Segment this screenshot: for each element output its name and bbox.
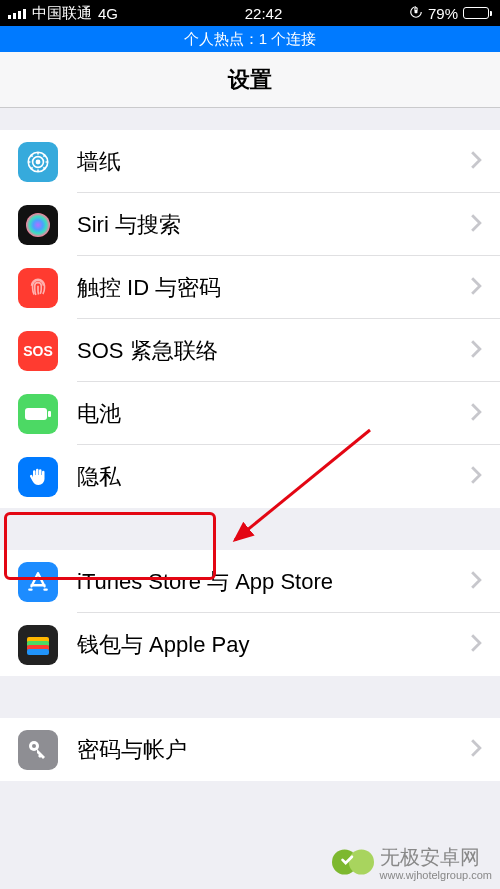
watermark-url: www.wjhotelgroup.com — [380, 869, 493, 881]
settings-item-wallet[interactable]: 钱包与 Apple Pay — [0, 613, 500, 676]
network-label: 4G — [98, 5, 118, 22]
svg-rect-0 — [415, 9, 418, 13]
svg-point-3 — [36, 160, 39, 163]
item-label: 墙纸 — [77, 147, 470, 177]
wallpaper-icon — [18, 142, 58, 182]
chevron-right-icon — [470, 277, 482, 299]
status-bar: 中国联通 4G 22:42 79% — [0, 0, 500, 26]
settings-item-battery[interactable]: 电池 — [0, 382, 500, 445]
settings-item-touchid[interactable]: 触控 ID 与密码 — [0, 256, 500, 319]
settings-item-privacy[interactable]: 隐私 — [0, 445, 500, 508]
item-label: Siri 与搜索 — [77, 210, 470, 240]
settings-item-itunes[interactable]: iTunes Store 与 App Store — [0, 550, 500, 613]
battery-icon — [463, 7, 492, 19]
svg-point-12 — [32, 744, 36, 748]
hand-icon — [18, 457, 58, 497]
svg-rect-5 — [25, 408, 47, 420]
chevron-right-icon — [470, 739, 482, 761]
item-label: SOS 紧急联络 — [77, 336, 470, 366]
svg-rect-6 — [48, 411, 51, 417]
nav-header: 设置 — [0, 52, 500, 108]
appstore-icon — [18, 562, 58, 602]
sos-icon: SOS — [18, 331, 58, 371]
status-right: 79% — [409, 5, 492, 22]
chevron-right-icon — [470, 571, 482, 593]
svg-point-16 — [348, 849, 373, 874]
svg-point-4 — [26, 213, 50, 237]
chevron-right-icon — [470, 340, 482, 362]
page-title: 设置 — [228, 65, 272, 95]
settings-section-3: 密码与帐户 — [0, 718, 500, 781]
item-label: 电池 — [77, 399, 470, 429]
status-time: 22:42 — [245, 5, 283, 22]
chevron-right-icon — [470, 403, 482, 425]
status-left: 中国联通 4G — [8, 4, 118, 23]
svg-rect-10 — [27, 649, 49, 655]
settings-item-wallpaper[interactable]: 墙纸 — [0, 130, 500, 193]
battery-icon — [18, 394, 58, 434]
chevron-right-icon — [470, 466, 482, 488]
item-label: iTunes Store 与 App Store — [77, 567, 470, 597]
settings-item-siri[interactable]: Siri 与搜索 — [0, 193, 500, 256]
settings-item-accounts[interactable]: 密码与帐户 — [0, 718, 500, 781]
rotation-lock-icon — [409, 5, 423, 22]
item-label: 隐私 — [77, 462, 470, 492]
chevron-right-icon — [470, 151, 482, 173]
item-label: 密码与帐户 — [77, 735, 470, 765]
wallet-icon — [18, 625, 58, 665]
item-label: 钱包与 Apple Pay — [77, 630, 470, 660]
hotspot-bar[interactable]: 个人热点：1 个连接 — [0, 26, 500, 52]
watermark-logo-icon — [332, 841, 374, 883]
hotspot-text: 个人热点：1 个连接 — [184, 30, 317, 49]
siri-icon — [18, 205, 58, 245]
settings-section-2: iTunes Store 与 App Store 钱包与 Apple Pay — [0, 550, 500, 676]
battery-percent: 79% — [428, 5, 458, 22]
carrier-label: 中国联通 — [32, 4, 92, 23]
watermark-text: 无极安卓网 — [380, 844, 493, 871]
settings-item-sos[interactable]: SOS SOS 紧急联络 — [0, 319, 500, 382]
signal-icon — [8, 7, 26, 19]
settings-section-1: 墙纸 Siri 与搜索 触控 ID 与密码 SOS SOS 紧急联络 电池 隐私 — [0, 130, 500, 508]
chevron-right-icon — [470, 634, 482, 656]
chevron-right-icon — [470, 214, 482, 236]
watermark: 无极安卓网 www.wjhotelgroup.com — [332, 841, 493, 883]
item-label: 触控 ID 与密码 — [77, 273, 470, 303]
fingerprint-icon — [18, 268, 58, 308]
key-icon — [18, 730, 58, 770]
